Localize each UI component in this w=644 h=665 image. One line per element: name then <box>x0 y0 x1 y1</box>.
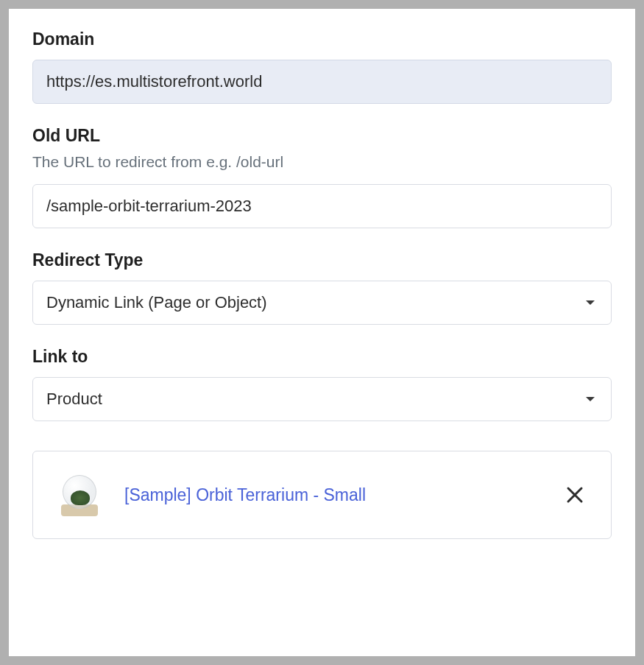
redirect-type-label: Redirect Type <box>32 250 612 270</box>
link-to-select-wrap: Product <box>32 377 612 421</box>
link-to-field-group: Link to Product <box>32 347 612 421</box>
old-url-field-group: Old URL The URL to redirect from e.g. /o… <box>32 126 612 228</box>
old-url-help-text: The URL to redirect from e.g. /old-url <box>32 153 612 171</box>
old-url-input[interactable] <box>32 184 612 228</box>
linked-product-card: [Sample] Orbit Terrarium - Small <box>32 451 612 539</box>
old-url-label: Old URL <box>32 126 612 146</box>
linked-product-link[interactable]: [Sample] Orbit Terrarium - Small <box>124 485 540 505</box>
product-thumbnail <box>55 471 104 519</box>
domain-field-group: Domain <box>32 29 612 104</box>
link-to-select[interactable]: Product <box>32 377 612 421</box>
close-icon <box>565 485 584 504</box>
domain-label: Domain <box>32 29 612 49</box>
link-to-label: Link to <box>32 347 612 367</box>
domain-input <box>32 60 612 104</box>
redirect-type-field-group: Redirect Type Dynamic Link (Page or Obje… <box>32 250 612 325</box>
redirect-type-select-wrap: Dynamic Link (Page or Object) <box>32 281 612 325</box>
redirect-type-select[interactable]: Dynamic Link (Page or Object) <box>32 281 612 325</box>
remove-linked-item-button[interactable] <box>561 481 589 509</box>
redirect-form-panel: Domain Old URL The URL to redirect from … <box>9 9 635 656</box>
